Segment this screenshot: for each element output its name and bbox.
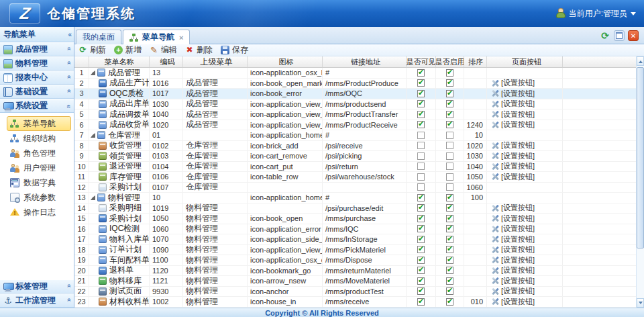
chevron-down-icon[interactable]: » [66,300,73,302]
collapse-sidebar-icon[interactable]: « [68,31,70,38]
visible-checkbox[interactable] [417,267,425,274]
enabled-checkbox[interactable] [446,236,453,243]
set-buttons-link[interactable]: [设置按钮] [491,120,535,130]
table-row[interactable]: 14采购明细1019物料管理/psi/purchase/edit[设置按钮] [74,203,636,214]
scroll-down-button[interactable] [637,298,644,308]
tab-我的桌面[interactable]: 我的桌面 [76,30,121,44]
visible-checkbox[interactable] [417,277,425,285]
table-row[interactable]: 18订单计划1090物料管理icon-application_view_deta… [74,245,636,256]
编辑-button[interactable]: ✎编辑 [150,44,177,56]
sidebar-item-操作日志[interactable]: 操作日志 [7,205,71,220]
table-row[interactable]: 20退料单1120物料管理icon-bookmark_go/mms/return… [74,266,636,277]
enabled-checkbox[interactable] [446,111,453,118]
column-header-页面按钮[interactable]: 页面按钮 [487,56,563,67]
set-buttons-link[interactable]: [设置按钮] [491,172,535,182]
set-buttons-link[interactable]: [设置按钮] [491,224,535,234]
enabled-checkbox[interactable] [446,287,453,295]
table-row[interactable]: 3OQC质检1017成品管理icon-book_error/mms/OQC[设置… [74,89,636,99]
enabled-checkbox[interactable] [446,69,453,77]
chevron-down-icon[interactable]: » [66,62,73,65]
set-buttons-link[interactable]: [设置按钮] [491,255,535,265]
visible-checkbox[interactable] [417,152,425,160]
enabled-checkbox[interactable] [446,121,453,128]
vertical-scrollbar[interactable] [636,56,644,308]
visible-checkbox[interactable] [417,204,425,212]
tree-expand-icon[interactable] [91,195,95,200]
enabled-checkbox[interactable] [446,152,453,160]
enabled-checkbox[interactable] [446,173,453,181]
table-row[interactable]: 21物料移库1121物料管理icon-arrow_nsew/mms/MoveMa… [74,276,636,287]
enabled-checkbox[interactable] [446,298,453,306]
table-row[interactable]: 5成品调拨单1040成品管理icon-application_view_icon… [74,109,636,120]
scroll-thumb[interactable] [637,67,644,248]
table-row[interactable]: 22测试页面9930物料管理icon-anchor/mms/productTes… [74,287,636,298]
set-buttons-link[interactable]: [设置按钮] [491,234,535,244]
visible-checkbox[interactable] [417,246,425,253]
refresh-tabs-button[interactable]: ⟳ [600,30,610,41]
visible-checkbox[interactable] [417,173,425,181]
table-row[interactable]: 7仓库管理01icon-application_home#10 [74,130,636,141]
sidebar-group-标签管理[interactable]: 标签管理» [0,279,74,293]
set-buttons-link[interactable]: [设置按钮] [491,162,535,172]
table-row[interactable]: 9领货管理0103仓库管理icon-cart_remove/psi/pickin… [74,151,636,162]
sidebar-item-菜单导航[interactable]: 菜单导航 [7,116,71,131]
sidebar-group-成品管理[interactable]: 成品管理» [0,42,74,56]
visible-checkbox[interactable] [417,257,425,264]
table-row[interactable]: 10退还管理0104仓库管理icon-cart_put/psi/return10… [74,162,636,173]
sidebar-item-组织结构[interactable]: 组织结构 [7,131,71,146]
column-header-菜单名称[interactable]: 菜单名称 [89,56,150,67]
visible-checkbox[interactable] [417,69,425,77]
column-header-链接地址[interactable]: 链接地址 [323,56,407,67]
table-row[interactable]: 19车间配料单1100物料管理icon-application_osx_casc… [74,255,636,266]
visible-checkbox[interactable] [417,132,425,139]
tree-expand-icon[interactable] [91,133,95,138]
set-buttons-link[interactable]: [设置按钮] [491,109,535,120]
enabled-checkbox[interactable] [446,194,453,201]
visible-checkbox[interactable] [417,142,425,149]
column-header-是否启用[interactable]: 是否启用 [436,56,464,67]
column-header-上级菜单[interactable]: 上级菜单 [183,56,248,67]
enabled-checkbox[interactable] [446,142,453,149]
visible-checkbox[interactable] [417,79,425,87]
column-header-是否可见[interactable]: 是否可见 [407,56,436,67]
删除-button[interactable]: ✖删除 [185,44,213,56]
scroll-up-button[interactable] [637,56,644,66]
scroll-track[interactable] [637,66,644,298]
visible-checkbox[interactable] [417,121,425,128]
table-row[interactable]: 17物料入库单1070物料管理icon-application_side_exp… [74,234,636,245]
sidebar-group-系统设置[interactable]: 系统设置« [0,99,74,113]
sidebar-item-角色管理[interactable]: 角色管理 [7,146,71,161]
set-buttons-link[interactable]: [设置按钮] [491,266,535,276]
enabled-checkbox[interactable] [446,204,453,212]
chevron-down-icon[interactable]: » [66,77,73,79]
enabled-checkbox[interactable] [446,163,453,170]
table-row[interactable]: 15采购计划1050物料管理icon-book_open/mms/purchas… [74,214,636,224]
enabled-checkbox[interactable] [446,132,453,139]
set-buttons-link[interactable]: [设置按钮] [491,214,535,224]
sidebar-item-用户管理[interactable]: 用户管理 [7,161,71,175]
table-row[interactable]: 8收货管理0102仓库管理icon-brick_add/psi/receive1… [74,141,636,152]
table-row[interactable]: 6成品收货单1020成品管理icon-application_view_list… [74,120,636,131]
user-menu[interactable]: 当前用户:管理员 [556,0,636,27]
enabled-checkbox[interactable] [446,79,453,87]
table-row[interactable]: 4成品出库单1030成品管理icon-application_view_tile… [74,99,636,110]
刷新-button[interactable]: ⟳刷新 [78,44,106,56]
table-row[interactable]: 16IQC检测1060物料管理icon-application_error/mm… [74,224,636,235]
chevron-up-icon[interactable]: « [66,105,73,107]
set-buttons-link[interactable]: [设置按钮] [491,99,535,109]
chevron-down-icon[interactable]: » [66,285,73,288]
table-row[interactable]: 23材料收料单1002物料管理icon-house_in/mms/receive… [74,297,636,308]
enabled-checkbox[interactable] [446,215,453,222]
visible-checkbox[interactable] [417,298,425,306]
set-buttons-link[interactable]: [设置按钮] [491,79,535,89]
set-buttons-link[interactable]: [设置按钮] [491,203,535,214]
visible-checkbox[interactable] [417,287,425,295]
visible-checkbox[interactable] [417,215,425,222]
table-row[interactable]: 12采购计划0107仓库管理1060 [74,183,636,193]
table-row[interactable]: 1成品管理13icon-application_osx_home# [74,68,636,79]
enabled-checkbox[interactable] [446,90,453,97]
close-tab-icon[interactable]: × [179,34,183,42]
chevron-down-icon[interactable]: » [66,48,73,51]
sidebar-group-基础设置[interactable]: 基础设置» [0,85,74,99]
sidebar-item-数据字典[interactable]: 数据字典 [7,175,71,190]
